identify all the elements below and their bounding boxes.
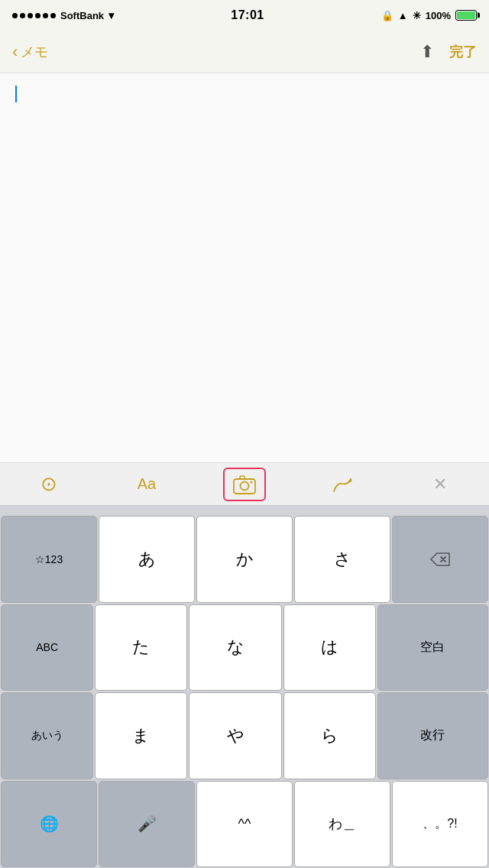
done-button[interactable]: 完了 xyxy=(449,43,477,61)
key-abc[interactable]: ABC xyxy=(1,604,93,691)
wifi-icon: ▾ xyxy=(108,9,114,21)
key-123[interactable]: ☆123 xyxy=(1,516,97,603)
camera-button[interactable] xyxy=(223,468,266,501)
signal-dots xyxy=(12,13,56,18)
key-aiu[interactable]: あいう xyxy=(1,692,93,779)
status-time: 17:01 xyxy=(231,8,264,22)
svg-point-1 xyxy=(241,481,249,490)
close-toolbar-button[interactable]: ✕ xyxy=(419,468,461,501)
location-icon: ▲ xyxy=(398,10,408,21)
key-sa[interactable]: さ xyxy=(294,516,390,603)
key-ra[interactable]: ら xyxy=(283,692,376,779)
nav-bar: ‹ メモ ⬆ 完了 xyxy=(0,31,489,73)
keyboard-row-2: ABC た な は 空白 xyxy=(0,604,489,692)
font-button[interactable]: Aa xyxy=(125,468,168,501)
sketch-button[interactable] xyxy=(321,468,364,501)
battery-indicator xyxy=(455,10,477,21)
keyboard: ☆123 あ か さ ABC た な は 空白 あいう ま や ら 改行 🌐 🎤… xyxy=(0,515,489,868)
key-ya[interactable]: や xyxy=(189,692,281,779)
key-globe[interactable]: 🌐 xyxy=(1,781,97,868)
close-icon: ✕ xyxy=(433,474,447,494)
camera-icon xyxy=(233,474,256,494)
keyboard-row-4: 🌐 🎤 ^^ わ＿ 、。?! xyxy=(0,780,489,869)
font-icon: Aa xyxy=(138,475,156,493)
checklist-icon: ⊙ xyxy=(40,472,57,496)
key-ka[interactable]: か xyxy=(196,516,293,603)
status-left: SoftBank ▾ xyxy=(12,9,114,21)
key-punct[interactable]: 、。?! xyxy=(392,781,488,868)
key-ma[interactable]: ま xyxy=(95,692,187,779)
key-ha[interactable]: は xyxy=(283,604,376,691)
key-hat[interactable]: ^^ xyxy=(196,781,293,868)
checklist-button[interactable]: ⊙ xyxy=(28,468,70,501)
key-wa[interactable]: わ＿ xyxy=(294,781,390,868)
svg-point-3 xyxy=(251,481,253,483)
key-enter[interactable]: 改行 xyxy=(377,692,488,779)
key-mic[interactable]: 🎤 xyxy=(99,781,195,868)
key-a[interactable]: あ xyxy=(99,516,195,603)
note-editor[interactable] xyxy=(0,73,489,463)
share-icon[interactable]: ⬆ xyxy=(420,42,434,62)
bluetooth-icon: ✳ xyxy=(413,10,421,21)
keyboard-spacer xyxy=(0,506,489,515)
status-bar: SoftBank ▾ 17:01 🔒 ▲ ✳ 100% xyxy=(0,0,489,31)
status-right: 🔒 ▲ ✳ 100% xyxy=(381,10,477,21)
key-backspace[interactable] xyxy=(392,516,488,603)
nav-right-actions: ⬆ 完了 xyxy=(420,42,477,62)
battery-percent: 100% xyxy=(426,10,451,21)
sketch-icon xyxy=(331,474,354,494)
key-space[interactable]: 空白 xyxy=(377,604,488,691)
svg-rect-2 xyxy=(240,476,244,479)
key-ta[interactable]: た xyxy=(95,604,187,691)
keyboard-row-1: ☆123 あ か さ xyxy=(0,515,489,604)
back-button[interactable]: ‹ メモ xyxy=(12,43,48,61)
key-na[interactable]: な xyxy=(189,604,281,691)
back-label: メモ xyxy=(21,43,48,61)
keyboard-row-3: あいう ま や ら 改行 xyxy=(0,691,489,780)
text-cursor xyxy=(15,86,17,102)
carrier-name: SoftBank xyxy=(60,10,104,21)
back-chevron-icon: ‹ xyxy=(12,44,18,60)
notes-toolbar: ⊙ Aa ✕ xyxy=(0,463,489,506)
lock-icon: 🔒 xyxy=(381,10,393,21)
